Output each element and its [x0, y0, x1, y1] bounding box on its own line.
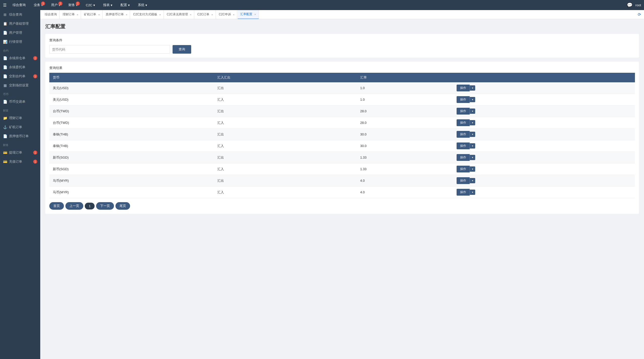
action-button-4[interactable]: 操作 — [457, 131, 470, 138]
action-dropdown-button-0[interactable]: ▾ — [470, 85, 475, 91]
next-page-button[interactable]: 下一页 — [96, 202, 114, 210]
sidebar-item-jiaoyihe[interactable]: 📄 交割合约单 1 — [0, 72, 40, 81]
action-dropdown-button-2[interactable]: ▾ — [470, 109, 475, 114]
tab-c2c-chengno[interactable]: C2C承兑商管理 × — [164, 10, 194, 19]
tab-zonghe[interactable]: 综合查询 — [42, 10, 60, 19]
nav-item-yonghu[interactable]: 用户 3 ▾ — [49, 0, 62, 10]
action-button-5[interactable]: 操作 — [457, 142, 470, 149]
cell-currency-2: 台币(TWD) — [49, 105, 214, 117]
cell-currency-1: 美元(USD) — [49, 94, 214, 105]
cell-currency-3: 台币(TWD) — [49, 117, 214, 129]
tab-c2c-zhifu[interactable]: C2C支付方式模板 × — [131, 10, 164, 19]
sidebar-label-jiaoyihe: 交割合约单 — [9, 74, 25, 79]
currency-code-input[interactable] — [49, 45, 170, 54]
tab-c2c-shensu[interactable]: C2C申诉 × — [216, 10, 237, 19]
last-page-button[interactable]: 尾页 — [115, 202, 130, 210]
action-button-3[interactable]: 操作 — [457, 119, 470, 126]
action-button-8[interactable]: 操作 — [457, 177, 470, 184]
nav-badge-yewu: 3 — [41, 2, 45, 6]
tab-label-c2c-shensu: C2C申诉 — [219, 12, 231, 17]
chat-icon[interactable]: 💬 — [627, 2, 632, 8]
sidebar-item-tixian[interactable]: 💳 提现订单 1 — [0, 148, 40, 157]
hamburger-icon[interactable]: ☰ — [3, 3, 7, 8]
action-dropdown-button-7[interactable]: ▾ — [470, 166, 475, 172]
cell-direction-2: 汇出 — [214, 105, 356, 117]
sidebar-item-bibi[interactable]: 📄 币币交易单 — [0, 97, 40, 106]
nav-item-c2c[interactable]: C2C ▾ — [84, 0, 97, 10]
sidebar: ⊞ 综合查询 📋 用户基础管理 📄 用户管理 📊 行情管理 合约 📄 永续持仓单… — [0, 10, 40, 359]
close-icon-licai[interactable]: × — [77, 13, 78, 16]
table-row: 泰铢(THB) 汇入 30.0 操作 ▾ — [49, 140, 635, 152]
action-button-6[interactable]: 操作 — [457, 154, 470, 161]
cell-rate-9: 4.0 — [357, 187, 453, 198]
nav-item-yewu[interactable]: 业务 3 ▾ — [32, 0, 45, 10]
tab-kuangji[interactable]: 矿机订单 × — [82, 10, 102, 19]
nav-label-peizhi: 配置 — [120, 3, 127, 7]
sidebar-item-yonghu-guanli[interactable]: 📄 用户管理 — [0, 28, 40, 37]
sidebar-item-kuangji[interactable]: ⚓ 矿机订单 — [0, 123, 40, 132]
current-page-button[interactable]: 1 — [85, 203, 95, 209]
username-label[interactable]: root — [635, 3, 641, 7]
card-icon-1: 💳 — [3, 151, 7, 155]
nav-item-baobiao[interactable]: 报表 ▾ — [101, 0, 114, 10]
nav-item-xitong[interactable]: 系统 ▾ — [136, 0, 149, 10]
tab-label-c2c-dingdan: C2C订单 — [197, 12, 209, 17]
action-dropdown-button-4[interactable]: ▾ — [470, 132, 475, 137]
cell-rate-2: 28.0 — [357, 105, 453, 117]
action-dropdown-button-6[interactable]: ▾ — [470, 155, 475, 160]
action-dropdown-button-8[interactable]: ▾ — [470, 178, 475, 183]
tab-licai[interactable]: 理财订单 × — [60, 10, 81, 19]
close-icon-zhiya[interactable]: × — [126, 13, 127, 16]
sidebar-item-yongjiu-chi[interactable]: 📄 永续持仓单 2 — [0, 54, 40, 63]
close-icon-c2c-zhifu[interactable]: × — [159, 13, 161, 16]
sidebar-item-hangqing[interactable]: 📊 行情管理 — [0, 37, 40, 46]
sidebar-item-yongjiu-wei[interactable]: 📄 永续委托单 — [0, 63, 40, 72]
dropdown-icon-xitong: ▾ — [145, 3, 147, 7]
doc-icon-2: 📄 — [3, 56, 7, 60]
close-icon-c2c-shensu[interactable]: × — [233, 13, 234, 16]
refresh-icon[interactable]: ⟳ — [638, 12, 641, 17]
list-icon: 📋 — [3, 22, 7, 26]
tab-label-c2c-chengno: C2C承兑商管理 — [167, 12, 188, 17]
cell-direction-1: 汇入 — [214, 94, 356, 105]
sidebar-item-yonghu-jichu[interactable]: 📋 用户基础管理 — [0, 19, 40, 28]
dropdown-icon-peizhi: ▾ — [128, 3, 130, 7]
first-page-button[interactable]: 首页 — [49, 202, 64, 210]
nav-item-peizhi[interactable]: 配置 ▾ — [118, 0, 132, 10]
close-icon-c2c-chengno[interactable]: × — [190, 13, 191, 16]
query-card: 查询条件 查询 — [45, 34, 639, 58]
close-icon-huilu[interactable]: × — [254, 13, 256, 16]
results-card: 查询结果 货币 汇入汇出 汇率 美元(USD) 汇出 1.0 — [45, 62, 639, 214]
cell-currency-6: 新币(SGD) — [49, 152, 214, 163]
folder-icon: 📁 — [3, 116, 7, 120]
tab-huilu[interactable]: 汇率配置 × — [238, 10, 259, 19]
action-button-0[interactable]: 操作 — [457, 85, 470, 91]
action-dropdown-button-9[interactable]: ▾ — [470, 190, 475, 195]
close-icon-kuangji[interactable]: × — [98, 13, 100, 16]
cell-direction-5: 汇入 — [214, 140, 356, 152]
action-button-2[interactable]: 操作 — [457, 108, 470, 115]
main-layout: ⊞ 综合查询 📋 用户基础管理 📄 用户管理 📊 行情管理 合约 📄 永续持仓单… — [0, 10, 644, 359]
cell-action-5: 操作 ▾ — [453, 140, 635, 152]
sidebar-item-licai[interactable]: 📁 理财订单 — [0, 114, 40, 123]
action-button-1[interactable]: 操作 — [457, 96, 470, 103]
nav-item-caiwu[interactable]: 财务 2 ▾ — [66, 0, 80, 10]
sidebar-label-chongzhi: 充值订单 — [9, 159, 22, 164]
sidebar-item-chongzhi[interactable]: 💳 充值订单 1 — [0, 157, 40, 166]
action-dropdown-button-3[interactable]: ▾ — [470, 120, 475, 125]
action-button-7[interactable]: 操作 — [457, 166, 470, 172]
close-icon-c2c-dingdan[interactable]: × — [211, 13, 213, 16]
sidebar-item-zhiya[interactable]: 📄 质押借币订单 — [0, 132, 40, 141]
query-button[interactable]: 查询 — [173, 45, 191, 54]
sidebar-item-jiaoyichang[interactable]: ▦ 交割场控设置 — [0, 81, 40, 90]
action-dropdown-button-5[interactable]: ▾ — [470, 143, 475, 149]
nav-label-caiwu: 财务 — [68, 3, 75, 7]
action-dropdown-button-1[interactable]: ▾ — [470, 97, 475, 102]
prev-page-button[interactable]: 上一页 — [65, 202, 83, 210]
tab-zhiya[interactable]: 质押借币订单 × — [103, 10, 130, 19]
nav-item-zonghe[interactable]: 综合查询 — [11, 0, 28, 10]
sidebar-label-yonghu-jichu: 用户基础管理 — [9, 21, 29, 26]
action-button-9[interactable]: 操作 — [457, 189, 470, 196]
sidebar-item-zonghe[interactable]: ⊞ 综合查询 — [0, 10, 40, 19]
tab-c2c-dingdan[interactable]: C2C订单 × — [195, 10, 216, 19]
